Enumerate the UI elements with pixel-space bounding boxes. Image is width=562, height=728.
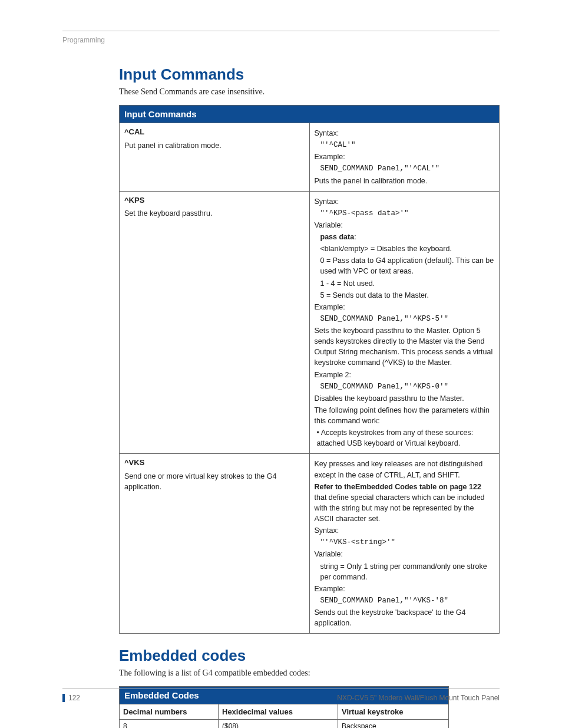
col-keystroke: Virtual keystroke [338,704,449,720]
cmd-desc-kps: Set the keyboard passthru. [124,209,212,218]
syntax-label: Syntax: [315,525,495,536]
table-cell: 8 [120,720,219,728]
cell-cal-left: ^CAL Put panel in calibration mode. [120,123,310,192]
syntax-code: "'^KPS-<pass data>'" [315,208,495,219]
header-section: Programming [62,36,500,44]
heading-embedded-codes: Embedded codes [119,647,500,665]
table-title-input: Input Commands [120,106,500,123]
table-cell: Backspace [338,720,449,728]
row-kps: ^KPS Set the keyboard passthru. Syntax: … [120,191,500,454]
heading-input-commands: Input Commands [119,65,500,84]
example-label: Example: [315,302,495,312]
vks-refer: Refer to theEmbedded Codes table on page… [315,482,495,525]
vks-line1: Key presses and key releases are not dis… [315,459,495,480]
cmd-name-kps: ^KPS [124,195,305,206]
footer-title: NXD-CV5 5" Modero Wall/Flush Mount Touch… [337,694,500,702]
variable-text: string = Only 1 string per command/only … [315,561,495,582]
result-text: Puts the panel in calibration mode. [315,176,495,186]
vks-refer-bold: Refer to theEmbedded Codes table on page… [315,483,481,491]
cell-kps-right: Syntax: "'^KPS-<pass data>'" Variable: p… [309,191,500,454]
content-column: Input Commands These Send Commands are c… [119,65,500,728]
var-0: 0 = Pass data to G4 application (default… [315,255,495,276]
cell-vks-left: ^VKS Send one or more virtual key stroke… [120,454,310,634]
row-vks: ^VKS Send one or more virtual key stroke… [120,454,500,634]
variable-label: Variable: [315,549,495,559]
table-input-commands: Input Commands ^CAL Put panel in calibra… [119,105,500,634]
cell-cal-right: Syntax: "'^CAL'" Example: SEND_COMMAND P… [309,123,500,192]
result-2: Disables the keyboard passthru to the Ma… [315,393,495,404]
cmd-desc-vks: Send one or more virtual key strokes to … [124,472,276,491]
following-text: The following point defines how the para… [315,405,495,426]
var-blank: <blank/empty> = Disables the keyboard. [315,243,495,254]
cmd-name-vks: ^VKS [124,457,305,469]
variable-label: Variable: [315,220,495,230]
intro-input-commands: These Send Commands are case insensitive… [119,87,500,97]
row-cal: ^CAL Put panel in calibration mode. Synt… [120,123,500,192]
col-decimal: Decimal numbers [120,704,219,720]
syntax-code: "'^CAL'" [315,140,495,150]
cell-vks-right: Key presses and key releases are not dis… [309,454,500,634]
table-row: 8($08)Backspace [120,720,449,728]
var-14: 1 - 4 = Not used. [315,278,495,289]
syntax-label: Syntax: [315,196,495,207]
cell-kps-left: ^KPS Set the keyboard passthru. [120,191,310,454]
passdata-colon: : [354,233,356,241]
example2-label: Example 2: [315,370,495,380]
passdata-line: pass data: [315,232,495,242]
example-code-1: SEND_COMMAND Panel,"'^KPS-5'" [315,314,495,324]
cmd-desc-cal: Put panel in calibration mode. [124,141,222,150]
col-hex: Hexidecimal values [219,704,338,720]
top-rule [62,31,500,31]
result-1: Sets the keyboard passthru to the Master… [315,325,495,368]
footer: 122 NXD-CV5 5" Modero Wall/Flush Mount T… [62,689,500,702]
vks-refer-rest: that define special characters which can… [315,493,485,523]
example-code: SEND_COMMAND Panel,"'^CAL'" [315,163,495,174]
syntax-label: Syntax: [315,128,495,139]
passdata-label: pass data [320,233,355,241]
page-number: 122 [62,694,80,702]
example-code-2: SEND_COMMAND Panel,"'^KPS-0'" [315,381,495,392]
example-label: Example: [315,584,495,594]
table-cell: ($08) [219,720,338,728]
intro-embedded-codes: The following is a list of G4 compatible… [119,668,500,678]
bullet: • Accepts keystrokes from any of these s… [315,427,495,449]
example-label: Example: [315,151,495,162]
var-5: 5 = Sends out data to the Master. [315,290,495,301]
cmd-name-cal: ^CAL [124,127,305,138]
page: Programming Input Commands These Send Co… [0,0,562,728]
syntax-code: "'^VKS-<string>'" [315,537,495,548]
example-code: SEND_COMMAND Panel,"'^VKS-'8" [315,595,495,606]
result-text: Sends out the keystroke 'backspace' to t… [315,607,495,628]
